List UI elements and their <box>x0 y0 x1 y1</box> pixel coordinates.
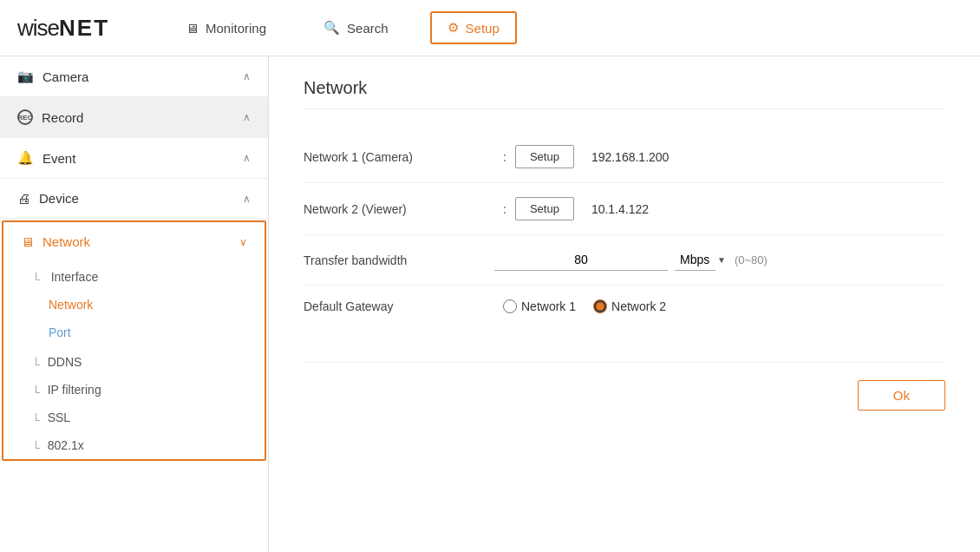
ok-row: Ok <box>304 362 945 411</box>
camera-chevron <box>243 70 251 82</box>
device-label: Device <box>39 191 79 206</box>
sidebar-item-record[interactable]: REC Record <box>0 97 268 137</box>
monitoring-label: Monitoring <box>206 21 266 36</box>
gateway-network2-radio[interactable] <box>593 299 607 313</box>
network1-setup-button[interactable]: Setup <box>515 145 574 168</box>
logo: wiseNET <box>17 15 109 42</box>
sidebar-item-dot1x[interactable]: L 802.1x <box>3 431 265 459</box>
interface-label: Interface <box>51 270 98 284</box>
nav-monitoring[interactable]: 🖥 Monitoring <box>170 14 282 43</box>
topnav: wiseNET 🖥 Monitoring 🔍 Search ⚙ Setup <box>0 0 980 56</box>
record-chevron <box>243 111 251 123</box>
sidebar: 📷 Camera REC Record 🔔 Event <box>0 56 269 552</box>
device-chevron <box>243 193 251 205</box>
record-label: Record <box>42 110 83 125</box>
device-icon: 🖨 <box>17 191 30 206</box>
record-icon: REC <box>17 109 33 125</box>
sidebar-section-event: 🔔 Event <box>0 138 268 179</box>
form-section: Network 1 (Camera) : Setup 192.168.1.200… <box>304 131 945 327</box>
network2-row: Network 2 (Viewer) : Setup 10.1.4.122 <box>304 183 945 235</box>
ip-filtering-label: IP filtering <box>48 383 101 397</box>
search-label: Search <box>347 21 389 36</box>
bandwidth-label: Transfer bandwidth <box>304 253 494 267</box>
bandwidth-input[interactable] <box>494 249 668 271</box>
gateway-network2-option[interactable]: Network 2 <box>593 299 666 313</box>
colon2: : <box>503 202 506 216</box>
sidebar-item-ip-filtering[interactable]: L IP filtering <box>3 376 265 404</box>
nav-setup[interactable]: ⚙ Setup <box>430 11 517 44</box>
unit-wrapper: Mbps Kbps ▼ <box>668 249 726 271</box>
sidebar-item-port[interactable]: Port <box>3 319 265 346</box>
event-chevron <box>243 152 251 164</box>
logo-text: wiseNET <box>17 15 109 41</box>
camera-label: Camera <box>42 69 88 84</box>
network-subitems: L Interface Network Port <box>3 261 265 348</box>
dot1x-label: 802.1x <box>48 438 84 452</box>
unit-arrow-icon: ▼ <box>717 255 726 265</box>
network-sub-label: Network <box>49 298 93 312</box>
gear-icon: ⚙ <box>448 20 459 36</box>
main-layout: 📷 Camera REC Record 🔔 Event <box>0 56 980 552</box>
sidebar-item-ssl[interactable]: L SSL <box>3 404 265 431</box>
network2-setup-button[interactable]: Setup <box>515 197 574 220</box>
network1-row: Network 1 (Camera) : Setup 192.168.1.200 <box>304 131 945 183</box>
sidebar-item-camera[interactable]: 📷 Camera <box>0 56 268 96</box>
sidebar-section-camera: 📷 Camera <box>0 56 268 97</box>
event-icon: 🔔 <box>17 150 34 166</box>
bandwidth-range: (0~80) <box>735 253 768 266</box>
gateway-network1-option[interactable]: Network 1 <box>503 299 576 313</box>
content-area: Network Network 1 (Camera) : Setup 192.1… <box>269 56 980 552</box>
gateway-network1-radio[interactable] <box>503 299 517 313</box>
network-label: Network <box>42 234 90 249</box>
network2-ip: 10.1.4.122 <box>591 202 649 216</box>
sidebar-section-record: REC Record <box>0 97 268 138</box>
ssl-label: SSL <box>48 411 70 424</box>
network1-label: Network 1 (Camera) <box>304 150 494 164</box>
network1-ip: 192.168.1.200 <box>591 150 670 164</box>
radio-group: Network 1 Network 2 <box>503 299 666 313</box>
sidebar-item-ddns[interactable]: L DDNS <box>3 348 265 376</box>
port-label: Port <box>49 325 71 339</box>
gateway-network1-label: Network 1 <box>521 299 576 313</box>
event-label: Event <box>42 151 75 166</box>
ddns-label: DDNS <box>48 355 82 369</box>
sidebar-item-event[interactable]: 🔔 Event <box>0 138 268 178</box>
sidebar-item-network[interactable]: 🖥 Network <box>3 222 265 261</box>
monitor-icon: 🖥 <box>186 21 199 36</box>
sidebar-item-interface[interactable]: L Interface <box>3 263 265 291</box>
network-icon: 🖥 <box>21 234 34 249</box>
page-title: Network <box>304 78 945 109</box>
search-icon: 🔍 <box>323 20 340 36</box>
network2-label: Network 2 (Viewer) <box>304 202 494 216</box>
sidebar-item-device[interactable]: 🖨 Device <box>0 179 268 218</box>
colon1: : <box>503 150 506 164</box>
gateway-label: Default Gateway <box>304 299 494 313</box>
gateway-row: Default Gateway Network 1 Network 2 <box>304 286 945 327</box>
logo-wise: wise <box>17 15 59 41</box>
nav-search[interactable]: 🔍 Search <box>308 13 404 43</box>
gateway-network2-label: Network 2 <box>611 299 666 313</box>
sidebar-section-device: 🖨 Device <box>0 179 268 219</box>
sidebar-item-network-sub[interactable]: Network <box>3 291 265 319</box>
logo-net: NET <box>59 15 109 41</box>
network-chevron <box>239 236 247 248</box>
camera-icon: 📷 <box>17 69 34 84</box>
sidebar-section-network: 🖥 Network L Interface Network Port <box>2 220 266 461</box>
bandwidth-unit-select[interactable]: Mbps Kbps <box>675 249 715 271</box>
bandwidth-row: Transfer bandwidth Mbps Kbps ▼ (0~80) <box>304 235 945 286</box>
setup-label: Setup <box>466 21 500 36</box>
ok-button[interactable]: Ok <box>858 380 945 411</box>
